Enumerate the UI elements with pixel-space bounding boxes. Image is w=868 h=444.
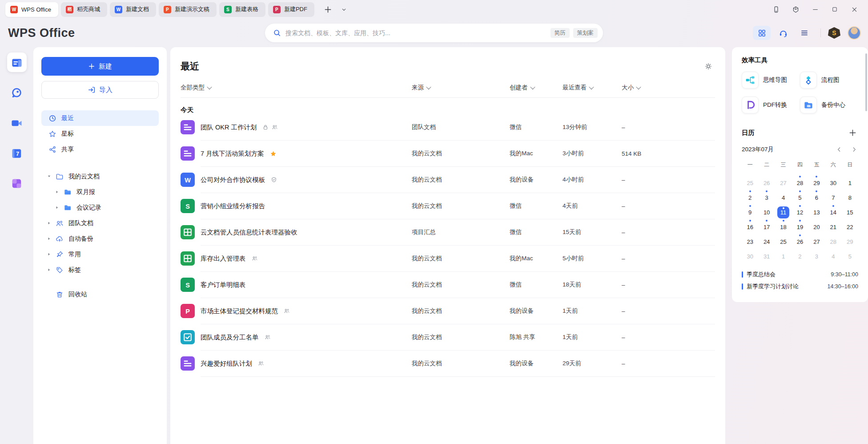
prev-month-button[interactable] bbox=[835, 145, 843, 153]
expand-arrow-icon[interactable] bbox=[46, 268, 52, 272]
calendar-day[interactable]: 30 bbox=[825, 176, 841, 190]
calendar-day[interactable]: 7 bbox=[825, 190, 841, 205]
efficiency-tool[interactable]: PDF转换 bbox=[742, 97, 800, 113]
apps-grid-button[interactable] bbox=[753, 26, 771, 40]
calendar-day[interactable]: 18 bbox=[775, 220, 792, 234]
sidebar-item-star[interactable]: 星标 bbox=[41, 126, 159, 141]
calendar-day[interactable]: 29 bbox=[808, 176, 825, 190]
sidebar-item-trash[interactable]: 回收站 bbox=[41, 287, 159, 302]
rail-item-chat[interactable] bbox=[7, 83, 27, 102]
workspace-button[interactable] bbox=[789, 3, 802, 16]
filter-dropdown[interactable]: 来源 bbox=[412, 84, 430, 92]
calendar-day[interactable]: 21 bbox=[825, 220, 841, 234]
file-row[interactable]: 7 月线下活动策划方案 我的云文档 我的Mac 3小时前 514 KB bbox=[181, 141, 715, 166]
calendar-day[interactable]: 3 bbox=[758, 190, 775, 205]
calendar-day[interactable]: 24 bbox=[758, 234, 775, 249]
app-tab[interactable]: P 新建PDF bbox=[268, 2, 314, 17]
rail-item-calendar[interactable]: 7 bbox=[7, 143, 27, 163]
calendar-day[interactable]: 10 bbox=[758, 205, 775, 220]
calendar-day[interactable]: 11 bbox=[775, 205, 792, 220]
close-button[interactable] bbox=[848, 3, 861, 16]
sidebar-tree-item[interactable]: 常用 bbox=[41, 246, 159, 262]
app-tab[interactable]: 稻 稻壳商城 bbox=[61, 2, 107, 17]
calendar-day[interactable]: 25 bbox=[775, 234, 792, 249]
calendar-day[interactable]: 2 bbox=[792, 249, 808, 264]
calendar-day[interactable]: 1 bbox=[775, 249, 792, 264]
calendar-day[interactable]: 9 bbox=[742, 205, 758, 220]
filter-dropdown[interactable]: 最近查看 bbox=[563, 84, 593, 92]
minimize-button[interactable] bbox=[808, 3, 822, 16]
calendar-day[interactable]: 4 bbox=[825, 249, 841, 264]
search-bar[interactable]: 简历策划案 bbox=[265, 24, 603, 42]
sidebar-tree-item[interactable]: 自动备份 bbox=[41, 231, 159, 246]
file-row[interactable]: 团队 OKR 工作计划 团队文档 微信 13分钟前 – bbox=[181, 114, 715, 140]
tab-list-chevron-button[interactable] bbox=[338, 4, 350, 15]
file-row[interactable]: 兴趣爱好组队计划 我的云文档 我的设备 29天前 – bbox=[181, 351, 715, 376]
calendar-day[interactable]: 14 bbox=[825, 205, 841, 220]
calendar-day[interactable]: 16 bbox=[742, 220, 758, 234]
sidebar-item-share[interactable]: 共享 bbox=[41, 141, 159, 157]
calendar-day[interactable]: 1 bbox=[842, 176, 858, 190]
app-tab[interactable]: W WPS Office bbox=[5, 2, 58, 17]
file-row[interactable]: 库存出入管理表 我的云文档 我的Mac 5小时前 – bbox=[181, 246, 715, 271]
rail-item-meeting[interactable] bbox=[7, 113, 27, 133]
expand-arrow-icon[interactable] bbox=[46, 174, 52, 178]
expand-arrow-icon[interactable] bbox=[46, 252, 52, 256]
search-suggestion-tag[interactable]: 简历 bbox=[551, 28, 570, 38]
sidebar-tree-item[interactable]: 标签 bbox=[41, 262, 159, 278]
rail-item-apps[interactable] bbox=[7, 174, 27, 193]
headset-button[interactable] bbox=[774, 26, 792, 40]
calendar-day[interactable]: 2 bbox=[742, 190, 758, 205]
file-row[interactable]: 云文档管人员信息统计表理器验收 项目汇总 微信 15天前 – bbox=[181, 219, 715, 245]
sidebar-tree-item[interactable]: 团队文档 bbox=[41, 215, 159, 231]
scrollbar-thumb[interactable] bbox=[865, 53, 867, 111]
file-row[interactable]: P 市场主体登记提交材料规范 我的云文档 我的设备 1天前 – bbox=[181, 298, 715, 324]
app-tab[interactable]: W 新建文档 bbox=[110, 2, 156, 17]
calendar-day[interactable]: 31 bbox=[758, 249, 775, 264]
calendar-day[interactable]: 30 bbox=[742, 249, 758, 264]
calendar-day[interactable]: 26 bbox=[792, 234, 808, 249]
calendar-day[interactable]: 12 bbox=[792, 205, 808, 220]
search-input[interactable] bbox=[285, 29, 547, 36]
calendar-day[interactable]: 26 bbox=[758, 176, 775, 190]
filter-dropdown[interactable]: 全部类型 bbox=[181, 84, 211, 92]
calendar-day[interactable]: 22 bbox=[842, 220, 858, 234]
calendar-day[interactable]: 5 bbox=[842, 249, 858, 264]
search-suggestion-tag[interactable]: 策划案 bbox=[573, 28, 598, 38]
filter-dropdown[interactable]: 创建者 bbox=[510, 84, 534, 92]
next-month-button[interactable] bbox=[850, 145, 858, 153]
calendar-day[interactable]: 19 bbox=[792, 220, 808, 234]
import-button[interactable]: 导入 bbox=[41, 81, 159, 99]
filter-dropdown[interactable]: 大小 bbox=[622, 84, 640, 92]
expand-arrow-icon[interactable] bbox=[54, 190, 60, 194]
calendar-day[interactable]: 28 bbox=[825, 234, 841, 249]
maximize-button[interactable] bbox=[828, 3, 841, 16]
sidebar-tree-item[interactable]: 双月报 bbox=[41, 184, 159, 200]
calendar-day[interactable]: 13 bbox=[808, 205, 825, 220]
calendar-day[interactable]: 20 bbox=[808, 220, 825, 234]
sidebar-tree-item[interactable]: 会议记录 bbox=[41, 200, 159, 215]
calendar-day[interactable]: 4 bbox=[775, 190, 792, 205]
calendar-day[interactable]: 27 bbox=[808, 234, 825, 249]
file-row[interactable]: W 公司对外合作协议模板 我的云文档 我的设备 4小时前 – bbox=[181, 167, 715, 193]
file-row[interactable]: 团队成员及分工名单 我的云文档 陈旭 共享 1天前 – bbox=[181, 324, 715, 350]
calendar-day[interactable]: 3 bbox=[808, 249, 825, 264]
efficiency-tool[interactable]: 思维导图 bbox=[742, 72, 800, 89]
calendar-day[interactable]: 8 bbox=[842, 190, 858, 205]
calendar-day[interactable]: 6 bbox=[808, 190, 825, 205]
add-event-button[interactable] bbox=[847, 127, 858, 138]
schedule-event[interactable]: 季度总结会 9:30–11:00 bbox=[742, 268, 858, 280]
expand-arrow-icon[interactable] bbox=[54, 206, 60, 210]
expand-arrow-icon[interactable] bbox=[46, 237, 52, 241]
efficiency-tool[interactable]: 流程图 bbox=[800, 72, 858, 89]
calendar-day[interactable]: 25 bbox=[742, 176, 758, 190]
schedule-event[interactable]: 新季度学习计划讨论 14:30–16:00 bbox=[742, 280, 858, 292]
sidebar-item-clock[interactable]: 最近 bbox=[41, 110, 159, 126]
calendar-day[interactable]: 27 bbox=[775, 176, 792, 190]
calendar-day[interactable]: 28 bbox=[792, 176, 808, 190]
calendar-day[interactable]: 5 bbox=[792, 190, 808, 205]
calendar-day[interactable]: 17 bbox=[758, 220, 775, 234]
calendar-day[interactable]: 23 bbox=[742, 234, 758, 249]
app-tab[interactable]: P 新建演示文稿 bbox=[159, 2, 217, 17]
mobile-button[interactable] bbox=[769, 3, 783, 16]
